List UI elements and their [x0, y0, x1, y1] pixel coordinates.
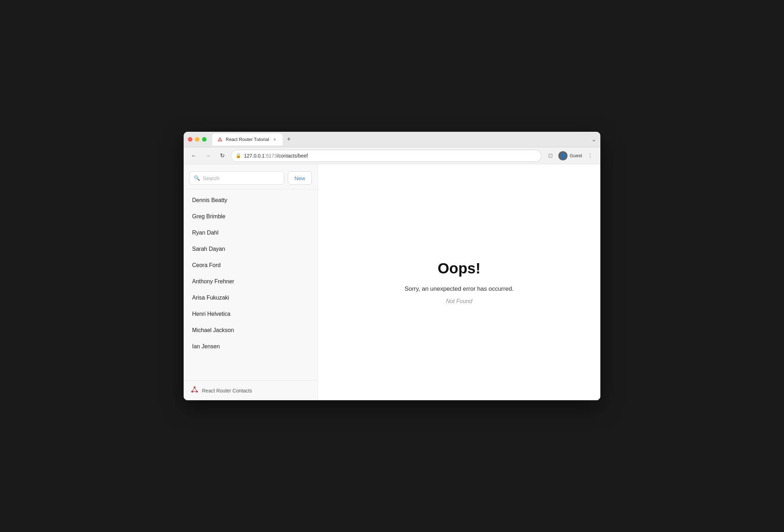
contact-name: Ryan Dahl [192, 230, 219, 236]
tab-title: React Router Tutorial [226, 137, 269, 142]
new-tab-button[interactable]: + [284, 135, 294, 144]
footer-text: React Router Contacts [202, 388, 252, 394]
search-icon: 🔍 [194, 175, 200, 181]
contact-name: Ceora Ford [192, 262, 221, 268]
close-window-button[interactable] [188, 137, 192, 142]
contact-name: Greg Brimble [192, 213, 225, 220]
reload-button[interactable]: ↻ [217, 150, 227, 161]
error-title: Oops! [438, 260, 480, 277]
contact-item[interactable]: Henri Helvetica [184, 306, 317, 322]
contact-item[interactable]: Ryan Dahl [184, 225, 317, 241]
contact-item[interactable]: Ceora Ford [184, 257, 317, 273]
sidebar: 🔍 Search New Dennis Beatty Greg Brimble … [184, 164, 318, 400]
contact-name: Dennis Beatty [192, 197, 227, 203]
maximize-window-button[interactable] [202, 137, 207, 142]
search-input-placeholder[interactable]: Search [203, 175, 220, 181]
title-bar: React Router Tutorial × + ⌄ [184, 132, 600, 147]
nav-actions: ⊡ 👤 Guest ⋮ [545, 150, 595, 161]
contact-name: Michael Jackson [192, 327, 234, 333]
tab-area: React Router Tutorial × + ⌄ [212, 134, 596, 146]
browser-window: React Router Tutorial × + ⌄ ← → ↻ 🔒 127.… [184, 132, 600, 400]
error-detail: Not Found [446, 298, 473, 305]
error-panel: Oops! Sorry, an unexpected error has occ… [318, 164, 600, 400]
main-content: 🔍 Search New Dennis Beatty Greg Brimble … [184, 164, 600, 400]
react-router-logo-icon [191, 386, 198, 395]
contact-name: Ian Jensen [192, 343, 220, 350]
traffic-lights [188, 137, 207, 142]
active-tab[interactable]: React Router Tutorial × [212, 134, 283, 146]
contact-list: Dennis Beatty Greg Brimble Ryan Dahl Sar… [184, 189, 317, 380]
contact-item[interactable]: Ian Jensen [184, 338, 317, 355]
error-message: Sorry, an unexpected error has occurred. [405, 285, 514, 292]
secure-icon: 🔒 [236, 153, 241, 158]
contact-item[interactable]: Greg Brimble [184, 208, 317, 225]
address-url: 127.0.0.1:5173/contacts/beef [244, 153, 537, 159]
tab-favicon-icon [217, 137, 223, 142]
svg-line-6 [195, 387, 197, 391]
address-port: :5173 [265, 153, 277, 159]
minimize-window-button[interactable] [195, 137, 200, 142]
svg-line-5 [192, 387, 195, 391]
sidebar-header: 🔍 Search New [184, 164, 317, 189]
profile-label: Guest [570, 153, 582, 158]
address-bar[interactable]: 🔒 127.0.0.1:5173/contacts/beef [231, 150, 541, 162]
contact-name: Arisa Fukuzaki [192, 295, 229, 301]
profile-avatar: 👤 [558, 151, 568, 160]
contact-item[interactable]: Sarah Dayan [184, 241, 317, 257]
nav-bar: ← → ↻ 🔒 127.0.0.1:5173/contacts/beef ⊡ 👤… [184, 147, 600, 164]
contact-name: Henri Helvetica [192, 311, 230, 317]
contact-name: Sarah Dayan [192, 246, 225, 252]
menu-button[interactable]: ⋮ [585, 150, 595, 161]
tab-close-button[interactable]: × [272, 137, 278, 142]
new-contact-button[interactable]: New [288, 171, 312, 185]
back-button[interactable]: ← [189, 150, 199, 161]
contact-name: Anthony Frehner [192, 278, 234, 285]
profile-button[interactable]: 👤 Guest [558, 151, 582, 160]
tab-list-button[interactable]: ⌄ [592, 136, 596, 143]
extensions-button[interactable]: ⊡ [545, 150, 556, 161]
address-path: /contacts/beef [277, 153, 308, 159]
sidebar-footer: React Router Contacts [184, 380, 317, 400]
contact-item[interactable]: Arisa Fukuzaki [184, 290, 317, 306]
contact-item[interactable]: Michael Jackson [184, 322, 317, 338]
contact-item[interactable]: Anthony Frehner [184, 273, 317, 290]
search-box[interactable]: 🔍 Search [189, 171, 284, 185]
forward-button[interactable]: → [203, 150, 213, 161]
contact-item[interactable]: Dennis Beatty [184, 192, 317, 208]
address-host: 127.0.0.1 [244, 153, 265, 159]
